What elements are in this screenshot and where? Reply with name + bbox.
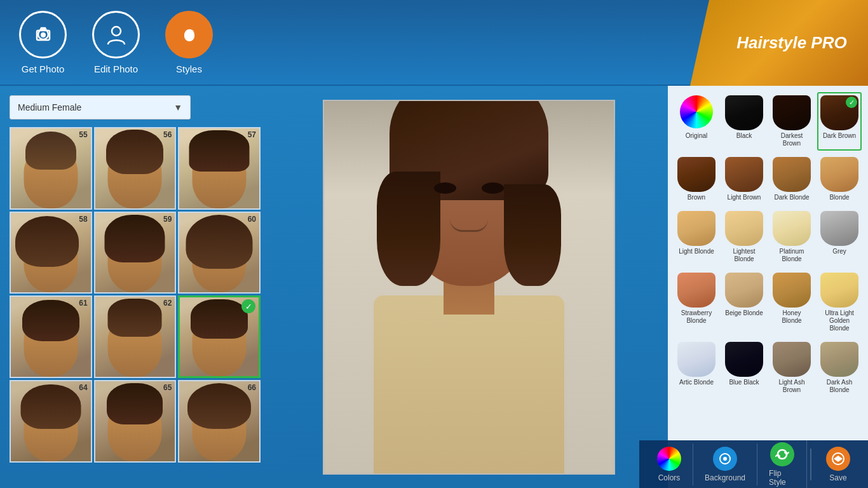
get-photo-label: Get Photo: [22, 64, 65, 74]
nav-styles[interactable]: Styles: [165, 11, 213, 74]
color-swatch-dark-ash-blonde: [820, 342, 858, 377]
header: Get Photo Edit Photo Styles Hairstyle PR…: [0, 0, 868, 86]
color-item-black[interactable]: Black: [722, 92, 766, 151]
style-item-66[interactable]: 66: [178, 380, 261, 463]
style-number-62: 62: [163, 299, 172, 308]
color-swatch-ultra-light-golden-blonde: [820, 273, 858, 308]
color-item-light-ash-brown[interactable]: Light Ash Brown: [770, 339, 814, 397]
color-item-light-brown[interactable]: Light Brown: [722, 154, 766, 205]
nav-get-photo[interactable]: Get Photo: [19, 11, 67, 74]
color-swatch-lightest-blonde: [725, 211, 763, 246]
color-swatch-brown: [677, 157, 715, 192]
toolbar-background[interactable]: Background: [693, 444, 757, 485]
color-name-honey-blonde: Honey Blonde: [773, 309, 811, 325]
color-item-strawberry-blonde[interactable]: Strawberry Blonde: [674, 269, 719, 336]
color-name-strawberry-blonde: Strawberry Blonde: [677, 309, 715, 325]
color-item-grey[interactable]: Grey: [817, 208, 862, 266]
color-item-artic-blonde[interactable]: Artic Blonde: [674, 339, 719, 397]
toolbar-flip-style[interactable]: Flip Style: [757, 439, 807, 489]
style-number-56: 56: [163, 130, 172, 139]
app-logo: Hairstyle PRO: [690, 0, 868, 86]
color-name-black: Black: [736, 132, 752, 140]
color-swatch-light-brown: [725, 157, 763, 192]
color-name-beige-blonde: Beige Blonde: [725, 309, 763, 317]
color-name-ultra-light-golden-blonde: Ultra Light Golden Blonde: [820, 309, 858, 332]
color-item-honey-blonde[interactable]: Honey Blonde: [770, 269, 814, 336]
style-item-62[interactable]: 62: [94, 295, 177, 378]
color-name-light-blonde: Light Blonde: [679, 248, 714, 255]
flip-style-toolbar-icon: [770, 442, 794, 466]
style-item-63[interactable]: ✓: [178, 295, 261, 378]
color-name-light-brown: Light Brown: [728, 194, 761, 201]
color-item-original[interactable]: Original: [674, 92, 719, 151]
color-name-platinum-blonde: Platinum Blonde: [773, 248, 811, 263]
color-name-lightest-blonde: Lightest Blonde: [725, 248, 763, 263]
style-number-61: 61: [79, 299, 87, 308]
color-item-platinum-blonde[interactable]: Platinum Blonde: [770, 208, 814, 266]
style-number-64: 64: [79, 383, 87, 392]
color-item-dark-brown[interactable]: ✓ Dark Brown: [817, 92, 862, 151]
color-swatch-artic-blonde: [677, 342, 715, 377]
color-name-original: Original: [686, 132, 707, 140]
color-name-grey: Grey: [832, 248, 846, 255]
style-item-60[interactable]: 60: [178, 212, 261, 294]
color-selected-check: ✓: [846, 97, 857, 108]
toolbar-save[interactable]: Save: [815, 444, 862, 485]
color-item-blonde[interactable]: Blonde: [817, 154, 862, 205]
color-swatch-blonde: [820, 157, 858, 192]
colors-toolbar-icon: [657, 447, 681, 471]
style-number-59: 59: [163, 215, 172, 224]
preview-image: [323, 100, 615, 475]
color-name-brown: Brown: [688, 194, 705, 201]
color-swatch-blue-black: [725, 342, 763, 377]
color-grid: Original Black Darkest Brown ✓: [674, 92, 862, 397]
color-swatch-grey: [820, 211, 858, 246]
style-item-55[interactable]: 55: [10, 127, 92, 210]
style-item-65[interactable]: 65: [94, 380, 177, 463]
background-toolbar-label: Background: [705, 473, 745, 482]
styles-label: Styles: [176, 64, 202, 74]
color-item-lightest-blonde[interactable]: Lightest Blonde: [722, 208, 766, 266]
style-item-61[interactable]: 61: [10, 295, 92, 378]
colors-panel: Original Black Darkest Brown ✓: [668, 86, 868, 488]
colors-toolbar-label: Colors: [658, 473, 681, 482]
color-item-dark-ash-blonde[interactable]: Dark Ash Blonde: [817, 339, 862, 397]
preview-panel: [270, 86, 668, 488]
color-item-beige-blonde[interactable]: Beige Blonde: [722, 269, 766, 336]
color-item-darkest-brown[interactable]: Darkest Brown: [770, 92, 814, 151]
color-swatch-dark-blonde: [773, 157, 811, 192]
nav-edit-photo[interactable]: Edit Photo: [92, 11, 140, 74]
style-number-60: 60: [248, 215, 256, 224]
svg-point-3: [112, 27, 121, 36]
style-item-64[interactable]: 64: [10, 380, 92, 463]
style-item-56[interactable]: 56: [94, 127, 177, 210]
style-item-58[interactable]: 58: [10, 212, 92, 294]
color-name-darkest-brown: Darkest Brown: [773, 132, 811, 147]
style-number-57: 57: [248, 130, 256, 139]
svg-point-7: [723, 457, 727, 461]
color-name-light-ash-brown: Light Ash Brown: [773, 379, 811, 394]
color-item-brown[interactable]: Brown: [674, 154, 719, 205]
background-toolbar-icon: [713, 447, 737, 471]
style-number-58: 58: [79, 215, 87, 224]
save-toolbar-icon: [826, 447, 850, 471]
dropdown-arrow-icon: ▼: [173, 102, 182, 112]
color-swatch-darkest-brown: [773, 95, 811, 130]
color-swatch-light-blonde: [677, 211, 715, 246]
style-item-57[interactable]: 57: [178, 127, 261, 210]
styles-panel: Medium Female ▼ 55 56: [0, 86, 270, 488]
style-number-65: 65: [163, 383, 172, 392]
color-item-dark-blonde[interactable]: Dark Blonde: [770, 154, 814, 205]
color-item-blue-black[interactable]: Blue Black: [722, 339, 766, 397]
color-item-ultra-light-golden-blonde[interactable]: Ultra Light Golden Blonde: [817, 269, 862, 336]
main-content: Medium Female ▼ 55 56: [0, 86, 868, 488]
color-name-blue-black: Blue Black: [729, 379, 759, 386]
toolbar-colors[interactable]: Colors: [646, 444, 693, 485]
style-number-55: 55: [79, 130, 87, 139]
color-item-light-blonde[interactable]: Light Blonde: [674, 208, 719, 266]
styles-icon: [165, 11, 213, 58]
color-swatch-dark-brown: ✓: [820, 95, 858, 130]
style-item-59[interactable]: 59: [94, 212, 177, 294]
style-category-dropdown[interactable]: Medium Female ▼: [10, 95, 191, 119]
color-swatch-strawberry-blonde: [677, 273, 715, 308]
